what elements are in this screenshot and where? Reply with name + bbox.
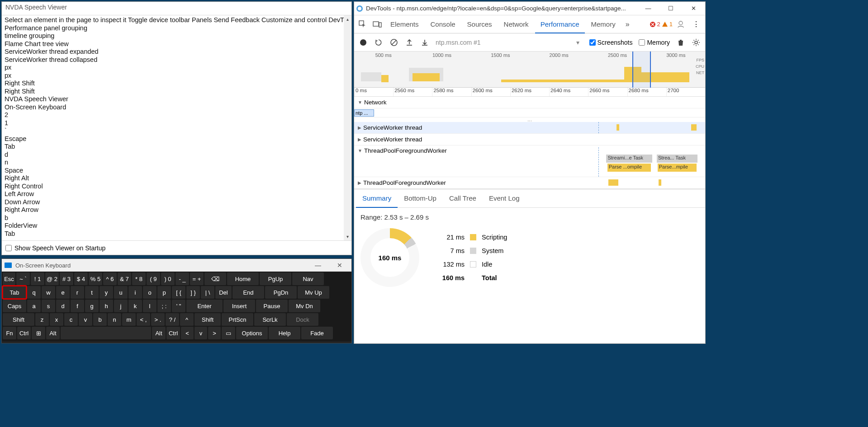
key-e[interactable]: e <box>56 286 70 299</box>
inspect-element-icon[interactable] <box>356 18 370 31</box>
tab-sources[interactable]: Sources <box>462 15 498 33</box>
key-l[interactable]: l <box>143 300 157 312</box>
expand-icon[interactable]: ▶ <box>358 125 361 130</box>
key--[interactable]: > . <box>151 313 165 326</box>
key-alt[interactable]: Alt <box>46 327 60 339</box>
tab-performance[interactable]: Performance <box>535 15 585 33</box>
key--8[interactable]: * 8 <box>132 272 146 285</box>
task-strea2[interactable]: Strea... Task <box>657 155 697 163</box>
show-on-startup-checkbox[interactable] <box>5 245 12 251</box>
key-fade[interactable]: Fade <box>301 327 333 339</box>
key-k[interactable]: k <box>128 300 142 312</box>
collapse-icon[interactable]: ▼ <box>358 148 362 153</box>
key--[interactable]: ~ ` <box>16 272 30 285</box>
key--[interactable] <box>61 327 151 339</box>
key-esc[interactable]: Esc <box>3 272 15 285</box>
track-threadpool-2[interactable]: ▶ThreadPoolForegroundWorker <box>354 177 705 189</box>
key-dock[interactable]: Dock <box>287 313 318 326</box>
nvda-titlebar[interactable]: NVDA Speech Viewer <box>2 2 351 15</box>
key--[interactable]: ^ <box>180 313 194 326</box>
screenshots-checkbox-input[interactable] <box>589 39 596 46</box>
collect-garbage-icon[interactable] <box>676 38 685 47</box>
track-network[interactable]: ▼Network <box>354 97 705 108</box>
minimize-button[interactable]: — <box>638 2 658 15</box>
key-ctrl[interactable]: Ctrl <box>166 327 180 339</box>
key-w[interactable]: w <box>42 286 55 299</box>
screenshots-checkbox[interactable]: Screenshots <box>589 39 633 46</box>
key-ctrl[interactable]: Ctrl <box>17 327 31 339</box>
scroll-up-icon[interactable]: ▴ <box>344 15 351 23</box>
more-tabs-icon[interactable]: » <box>622 20 633 28</box>
memory-checkbox-input[interactable] <box>639 39 645 46</box>
key--[interactable]: ] } <box>186 286 200 299</box>
maximize-button[interactable]: ☐ <box>661 2 681 15</box>
task-parse2[interactable]: Parse...mpile <box>658 164 697 172</box>
key--[interactable]: ' " <box>172 300 185 312</box>
key--2[interactable]: @ 2 <box>45 272 59 285</box>
track-threadpool-1[interactable]: ▼ThreadPoolForegroundWorker Streami...e … <box>354 145 705 177</box>
key-insert[interactable]: Insert <box>223 300 255 312</box>
key--[interactable]: ? / <box>166 313 179 326</box>
summary-tab-call-tree[interactable]: Call Tree <box>443 189 483 208</box>
timeline-overview[interactable]: 500 ms1000 ms1500 ms2000 ms2500 ms3000 m… <box>354 52 705 88</box>
key-scrlk[interactable]: ScrLk <box>254 313 286 326</box>
key-q[interactable]: q <box>27 286 41 299</box>
key-v[interactable]: v <box>79 313 92 326</box>
timeline-ruler[interactable]: 0 ms2560 ms2580 ms2600 ms2620 ms2640 ms2… <box>354 88 705 97</box>
key-caps[interactable]: Caps <box>3 300 26 312</box>
key--3[interactable]: # 3 <box>60 272 73 285</box>
key-shift[interactable]: Shift <box>194 313 221 326</box>
key-u[interactable]: u <box>114 286 128 299</box>
nvda-scrollbar[interactable]: ▴ ▾ <box>344 15 351 240</box>
minimize-button[interactable]: — <box>309 262 327 269</box>
key-x[interactable]: x <box>50 313 63 326</box>
tab-console[interactable]: Console <box>425 15 461 33</box>
expand-icon[interactable]: ▶ <box>358 180 361 185</box>
key-options[interactable]: Options <box>236 327 268 339</box>
key-c[interactable]: c <box>64 313 78 326</box>
close-button[interactable]: ✕ <box>331 262 349 269</box>
key--[interactable]: = + <box>190 272 204 285</box>
tab-elements[interactable]: Elements <box>385 15 424 33</box>
recording-selector[interactable]: ntp.msn.com #1 ▾ <box>436 39 583 46</box>
key-home[interactable]: Home <box>227 272 259 285</box>
key--[interactable]: [ { <box>172 286 185 299</box>
task-parse1[interactable]: Parse ...ompile <box>607 164 651 172</box>
key--[interactable]: ▭ <box>222 327 235 339</box>
key-v[interactable]: v <box>194 327 207 339</box>
key--[interactable]: < <box>181 327 194 339</box>
key-nav[interactable]: Nav <box>292 272 324 285</box>
key--[interactable]: ⌫ <box>204 272 226 285</box>
devtools-titlebar[interactable]: DevTools - ntp.msn.com/edge/ntp?locale=e… <box>354 2 705 15</box>
key-b[interactable]: b <box>93 313 107 326</box>
key--[interactable]: > <box>208 327 221 339</box>
clear-icon[interactable] <box>389 38 398 47</box>
key-n[interactable]: n <box>108 313 121 326</box>
key-o[interactable]: o <box>143 286 157 299</box>
key-g[interactable]: g <box>85 300 99 312</box>
key-del[interactable]: Del <box>215 286 232 299</box>
scroll-down-icon[interactable]: ▾ <box>344 233 351 240</box>
key--6[interactable]: ^ 6 <box>103 272 117 285</box>
key-p[interactable]: p <box>157 286 171 299</box>
overview-selection[interactable] <box>632 52 650 88</box>
key-t[interactable]: t <box>85 286 99 299</box>
summary-tab-bottom-up[interactable]: Bottom-Up <box>398 189 443 208</box>
key-f[interactable]: f <box>71 300 84 312</box>
key--9[interactable]: ( 9 <box>147 272 160 285</box>
memory-checkbox[interactable]: Memory <box>639 39 670 46</box>
key-enter[interactable]: Enter <box>186 300 223 312</box>
key-s[interactable]: s <box>42 300 55 312</box>
summary-tab-event-log[interactable]: Event Log <box>483 189 526 208</box>
key-alt[interactable]: Alt <box>152 327 166 339</box>
summary-tab-summary[interactable]: Summary <box>356 189 398 208</box>
key-pgdn[interactable]: PgDn <box>265 286 297 299</box>
key-mv-up[interactable]: Mv Up <box>298 286 329 299</box>
key-end[interactable]: End <box>232 286 264 299</box>
task-streami[interactable]: Streami...e Task <box>606 155 652 163</box>
feedback-icon[interactable] <box>676 20 685 29</box>
key-pgup[interactable]: PgUp <box>260 272 291 285</box>
key-prtscn[interactable]: PrtScn <box>222 313 253 326</box>
key-pause[interactable]: Pause <box>256 300 288 312</box>
key-m[interactable]: m <box>122 313 136 326</box>
